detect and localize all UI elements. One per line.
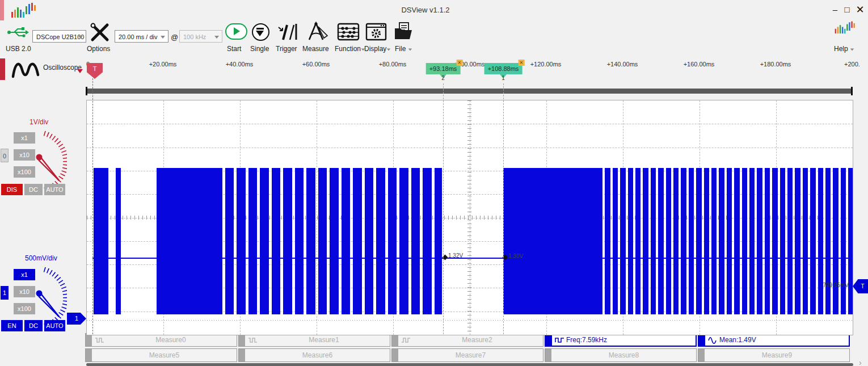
wave-segment — [157, 168, 213, 314]
start-label[interactable]: Start — [227, 45, 241, 53]
tile-grip[interactable] — [239, 349, 245, 361]
wave-segment — [503, 168, 597, 314]
tile-grip[interactable] — [698, 349, 705, 361]
device-select[interactable]: DSCope U2B100 — [32, 30, 86, 43]
start-button[interactable] — [225, 23, 247, 40]
ruler-label: +40.00ms — [226, 61, 254, 68]
wave-segment — [757, 168, 762, 314]
ch0-disable-button[interactable]: DIS — [1, 184, 23, 195]
ch1-x1-button[interactable]: x1 — [14, 269, 35, 280]
tile-grip[interactable] — [86, 334, 92, 346]
function-label[interactable]: Function — [335, 45, 365, 53]
measure-tile[interactable]: Measure8 — [545, 348, 697, 362]
help-label[interactable]: Help — [834, 45, 854, 53]
file-label[interactable]: File — [395, 45, 412, 53]
wave-segment — [295, 168, 304, 314]
wave-segment — [365, 168, 374, 314]
maximize-button[interactable]: □ — [841, 3, 853, 16]
horizontal-scrollbar[interactable] — [86, 89, 852, 94]
chevron-down-icon — [408, 49, 411, 51]
tile-grip[interactable] — [392, 334, 398, 346]
measure-compass-icon[interactable] — [305, 21, 330, 41]
trigger-label[interactable]: Trigger — [276, 45, 297, 53]
wave-segment — [342, 168, 351, 314]
function-abacus-icon[interactable] — [337, 23, 360, 41]
trigger-level-marker[interactable]: T — [853, 279, 868, 293]
ch1-x100-button[interactable]: x100 — [14, 303, 35, 314]
ch1-coupling-button[interactable]: DC — [24, 320, 43, 331]
measure-tile-label: Freq:7.59kHz — [566, 336, 696, 344]
wave-segment — [237, 168, 246, 314]
file-folder-icon[interactable] — [394, 22, 414, 41]
cursor-2-close-icon[interactable]: ✕ — [456, 60, 462, 66]
minimize-button[interactable]: – — [829, 3, 841, 16]
display-window-icon[interactable] — [365, 23, 387, 41]
ch1-vdiv-label: 500mV/div — [25, 254, 57, 262]
bottom-scrollbar[interactable] — [86, 363, 853, 366]
wave-segment — [423, 168, 432, 314]
tile-grip[interactable] — [239, 334, 245, 346]
measure-tile[interactable]: Measure9 — [698, 348, 850, 362]
wave-segment — [719, 168, 724, 314]
wave-segment — [116, 168, 121, 314]
tile-grip[interactable] — [86, 349, 92, 361]
channel1-trace — [87, 100, 853, 335]
ch0-coupling-button[interactable]: DC — [24, 184, 43, 195]
wave-segment — [825, 168, 831, 314]
wave-segment — [704, 168, 709, 314]
cursor-1-flag[interactable]: +108.88ms✕ — [484, 63, 523, 74]
wave-segment — [411, 168, 420, 314]
waveform-plot[interactable]: 1.32V 1.30V 709.05mV — [86, 100, 853, 335]
cursor-1-close-icon[interactable]: ✕ — [518, 60, 524, 66]
play-icon — [234, 27, 240, 35]
tile-grip[interactable] — [545, 349, 551, 361]
wave-segment — [658, 168, 663, 314]
trigger-level-label: 709.05mV — [823, 282, 849, 288]
edge-level-label: 1.30V — [508, 253, 523, 259]
measure-label[interactable]: Measure — [302, 45, 329, 53]
measure-tile[interactable]: Measure7 — [391, 348, 543, 362]
edge-level-label: 1.32V — [448, 253, 463, 259]
ch0-auto-button[interactable]: AUTO — [44, 184, 65, 195]
wave-segment — [810, 168, 815, 314]
tile-grip[interactable] — [546, 334, 552, 346]
wave-segment — [803, 168, 808, 314]
ch1-enable-button[interactable]: EN — [1, 320, 23, 331]
window-title: DSView v1.1.2 — [0, 6, 851, 14]
usb-icon — [7, 26, 30, 39]
single-label[interactable]: Single — [250, 45, 269, 53]
scroll-right-icon[interactable]: › — [859, 358, 862, 366]
chevron-down-icon — [850, 49, 854, 51]
mode-tab-accent[interactable] — [0, 58, 5, 80]
wave-segment — [613, 168, 618, 314]
mode-selector[interactable]: Oscilloscope — [43, 64, 82, 71]
ch0-badge[interactable]: 0 — [1, 149, 9, 162]
cursor-2-flag[interactable]: +93.18ms✕ — [426, 63, 461, 74]
samplerate-select-value: 100 kHz — [183, 33, 206, 40]
close-button[interactable]: ✕ — [854, 3, 866, 16]
single-button[interactable] — [252, 23, 269, 41]
device-select-value: DSCope U2B100 — [36, 33, 84, 40]
ruler-label: +120.00ms — [530, 61, 562, 68]
ch1-auto-button[interactable]: AUTO — [44, 320, 65, 331]
time-ruler[interactable]: 0ms+20.00ms+40.00ms+60.00ms+80.00ms+100.… — [85, 58, 868, 88]
ch0-x1-button[interactable]: x1 — [14, 132, 35, 144]
ruler-label: +20.00ms — [149, 61, 177, 68]
ch1-badge[interactable]: 1 — [1, 286, 9, 300]
tile-grip[interactable] — [392, 349, 398, 361]
ch0-vdiv-label: 1V/div — [30, 118, 48, 126]
ch0-x10-button[interactable]: x10 — [14, 149, 35, 161]
display-label[interactable]: Display — [364, 45, 391, 53]
tile-grip[interactable] — [699, 334, 705, 346]
options-label[interactable]: Options — [87, 45, 110, 53]
options-tools-icon[interactable] — [90, 22, 110, 43]
trigger-icon[interactable] — [277, 23, 298, 41]
measure-tile[interactable]: Measure5 — [85, 348, 237, 362]
wave-segment — [399, 168, 408, 314]
wave-segment — [94, 168, 108, 314]
ch1-x10-button[interactable]: x10 — [14, 286, 35, 297]
measure-tile[interactable]: Measure6 — [238, 348, 390, 362]
wave-segment — [620, 168, 625, 314]
timebase-select[interactable]: 20.00 ms / div — [115, 30, 168, 43]
ch0-x100-button[interactable]: x100 — [14, 166, 35, 178]
